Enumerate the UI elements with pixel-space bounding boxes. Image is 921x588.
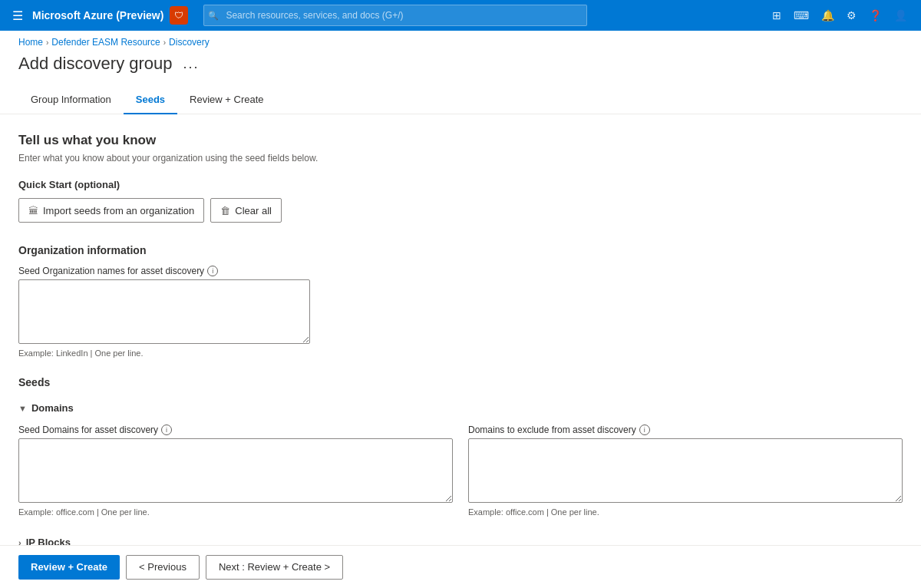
seeds-title: Seeds [18, 376, 903, 388]
more-options-button[interactable]: ... [179, 55, 204, 74]
domains-group: ▼ Domains Seed Domains for asset discove… [18, 398, 903, 523]
breadcrumb-current: Discovery [169, 37, 210, 48]
exclude-domains-info-icon[interactable]: i [639, 424, 650, 435]
notifications-icon[interactable]: 🔔 [817, 6, 839, 25]
help-icon[interactable]: ❓ [864, 6, 886, 25]
clear-all-button[interactable]: 🗑 Clear all [210, 198, 282, 223]
domains-collapse-toggle[interactable]: ▼ Domains [18, 398, 903, 418]
exclude-domains-hint: Example: office.com | One per line. [468, 507, 903, 517]
exclude-domains-textarea[interactable] [468, 438, 903, 503]
org-names-field: Seed Organization names for asset discov… [18, 266, 310, 358]
page-title: Add discovery group [18, 54, 173, 74]
review-create-button[interactable]: Review + Create [18, 555, 120, 580]
tabs: Group Information Seeds Review + Create [0, 86, 921, 114]
page-header: Add discovery group ... [0, 54, 921, 86]
breadcrumb-resource[interactable]: Defender EASM Resource [51, 37, 160, 48]
bottom-bar: Review + Create < Previous Next : Review… [0, 545, 921, 588]
topnav-actions: ⊞ ⌨ 🔔 ⚙ ❓ 👤 [768, 6, 912, 25]
portal-menu-icon[interactable]: ⊞ [768, 6, 786, 25]
tab-review-create[interactable]: Review + Create [177, 86, 276, 114]
breadcrumb-sep-1: › [46, 38, 48, 47]
domains-content: Seed Domains for asset discovery i Examp… [18, 418, 903, 523]
seed-domains-field: Seed Domains for asset discovery i Examp… [18, 424, 453, 517]
exclude-domains-label: Domains to exclude from asset discovery … [468, 424, 903, 435]
domains-chevron-icon: ▼ [18, 404, 27, 413]
seed-domains-info-icon[interactable]: i [161, 424, 172, 435]
top-navigation: ☰ Microsoft Azure (Preview) 🛡 ⊞ ⌨ 🔔 ⚙ ❓ … [0, 0, 921, 31]
breadcrumb-home[interactable]: Home [18, 37, 43, 48]
org-info-title: Organization information [18, 244, 903, 256]
cloud-shell-icon[interactable]: ⌨ [789, 6, 814, 25]
org-names-textarea[interactable] [18, 279, 310, 344]
trash-icon: 🗑 [220, 205, 230, 216]
breadcrumb-sep-2: › [163, 38, 166, 47]
seed-domains-label: Seed Domains for asset discovery i [18, 424, 453, 435]
domain-fields-grid: Seed Domains for asset discovery i Examp… [18, 424, 903, 517]
next-button[interactable]: Next : Review + Create > [206, 555, 343, 580]
seed-domains-textarea[interactable] [18, 438, 453, 503]
import-seeds-button[interactable]: 🏛 Import seeds from an organization [18, 198, 204, 223]
app-icon: 🛡 [170, 6, 188, 25]
previous-button[interactable]: < Previous [126, 555, 200, 580]
seed-domains-hint: Example: office.com | One per line. [18, 507, 453, 517]
import-icon: 🏛 [28, 205, 38, 216]
account-icon[interactable]: 👤 [890, 6, 912, 25]
tab-group-information[interactable]: Group Information [18, 86, 124, 114]
search-bar [203, 5, 587, 26]
org-names-hint: Example: LinkedIn | One per line. [18, 349, 310, 358]
settings-icon[interactable]: ⚙ [842, 6, 861, 25]
org-names-info-icon[interactable]: i [207, 266, 218, 276]
breadcrumb: Home › Defender EASM Resource › Discover… [0, 31, 921, 54]
main-content: Tell us what you know Enter what you kno… [0, 114, 921, 588]
section-heading: Tell us what you know [18, 133, 903, 148]
tab-seeds[interactable]: Seeds [124, 86, 177, 114]
app-title: Microsoft Azure (Preview) [32, 9, 163, 21]
hamburger-icon[interactable]: ☰ [9, 5, 26, 26]
quick-start-label: Quick Start (optional) [18, 179, 903, 190]
section-description: Enter what you know about your organizat… [18, 153, 903, 164]
exclude-domains-field: Domains to exclude from asset discovery … [468, 424, 903, 517]
org-names-label: Seed Organization names for asset discov… [18, 266, 310, 276]
quick-start-buttons: 🏛 Import seeds from an organization 🗑 Cl… [18, 198, 903, 223]
search-input[interactable] [203, 5, 587, 26]
